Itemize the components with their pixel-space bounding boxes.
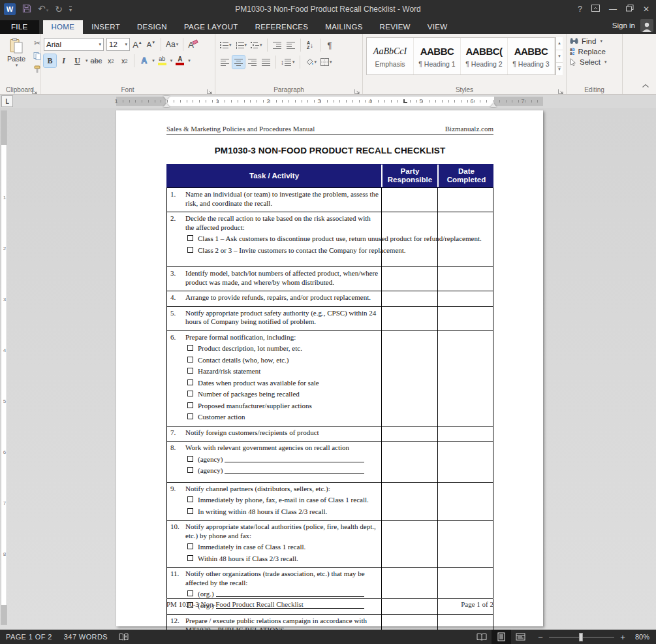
checkbox-icon[interactable] (187, 345, 193, 351)
increase-indent-button[interactable] (285, 39, 297, 52)
date-completed-cell-7[interactable] (438, 427, 493, 442)
underline-button[interactable]: U (71, 54, 84, 67)
styles-scroll-down-icon[interactable]: ▼ (556, 50, 563, 63)
text-effects-button[interactable]: A (138, 54, 150, 67)
help-icon[interactable]: ? (578, 5, 582, 14)
document-page[interactable]: Sales & Marketing Policies and Procedure… (116, 110, 543, 626)
task-cell-2[interactable]: 2.Decide the recall action to take based… (166, 212, 382, 267)
style-item-emphasis[interactable]: AaBbCcIEmphasis (367, 38, 414, 74)
tab-insert[interactable]: INSERT (83, 20, 129, 34)
date-completed-cell-6[interactable] (438, 331, 493, 427)
font-color-caret-icon[interactable]: ▾ (188, 58, 191, 63)
borders-button[interactable]: ▾ (319, 56, 334, 69)
underline-caret-icon[interactable]: ▾ (86, 58, 88, 63)
shading-button[interactable]: ▾ (304, 56, 319, 69)
styles-dialog-launcher-icon[interactable] (557, 86, 564, 92)
highlight-caret-icon[interactable]: ▾ (170, 58, 173, 63)
font-size-combobox[interactable]: 12▾ (106, 38, 130, 51)
checkbox-icon[interactable] (187, 467, 193, 473)
paste-button[interactable]: Paste ▾ (3, 36, 29, 75)
zoom-out-button[interactable]: − (537, 632, 544, 642)
party-responsible-cell-5[interactable] (382, 307, 438, 331)
date-completed-cell-1[interactable] (438, 188, 493, 212)
decrease-indent-button[interactable] (271, 39, 283, 52)
task-cell-12[interactable]: 12.Prepare / execute public relations ca… (166, 615, 382, 630)
checkbox-icon[interactable] (187, 402, 193, 408)
checkbox-icon[interactable] (187, 247, 193, 253)
sort-button[interactable]: AZ↓ (304, 39, 317, 52)
clipboard-dialog-launcher-icon[interactable] (31, 86, 38, 92)
align-left-button[interactable] (219, 56, 231, 69)
select-button[interactable]: Select▾ (570, 58, 619, 66)
zoom-slider-thumb[interactable] (579, 633, 583, 641)
paragraph-dialog-launcher-icon[interactable] (354, 86, 360, 92)
align-right-button[interactable] (246, 56, 258, 69)
undo-icon[interactable]: ↶▾ (38, 4, 48, 15)
ribbon-display-options-icon[interactable] (591, 5, 600, 14)
fill-in-line[interactable] (225, 466, 364, 474)
clear-formatting-button[interactable]: A (187, 38, 199, 51)
save-icon[interactable] (22, 4, 31, 14)
bold-button[interactable]: B (44, 54, 56, 67)
word-count[interactable]: 347 WORDS (58, 633, 114, 641)
task-cell-7[interactable]: 7.Notify foreign customers/recipients of… (166, 427, 382, 442)
task-cell-10[interactable]: 10.Notify appropriate state/local author… (166, 521, 382, 568)
highlight-color-button[interactable]: ab (156, 54, 168, 67)
style-item-heading-3[interactable]: AABBC¶ Heading 3 (508, 38, 555, 74)
proofing-errors-icon[interactable] (114, 633, 134, 641)
redo-icon[interactable]: ↻ (55, 5, 63, 14)
print-layout-button[interactable] (492, 630, 511, 644)
party-responsible-cell-2[interactable] (382, 212, 438, 267)
checkbox-icon[interactable] (187, 456, 193, 462)
web-layout-button[interactable] (511, 630, 531, 644)
checkbox-icon[interactable] (187, 391, 193, 396)
minimize-icon[interactable]: — (609, 5, 617, 14)
style-item-heading-2[interactable]: AABBC(¶ Heading 2 (461, 38, 508, 74)
italic-button[interactable]: I (57, 54, 70, 67)
fill-in-line[interactable] (225, 455, 364, 462)
hanging-indent-marker[interactable] (163, 103, 170, 107)
superscript-button[interactable]: x2 (118, 54, 131, 67)
sign-in[interactable]: Sign in (612, 19, 656, 34)
tab-view[interactable]: VIEW (419, 20, 456, 34)
date-completed-cell-2[interactable] (438, 212, 493, 267)
tab-references[interactable]: REFERENCES (247, 20, 317, 34)
checkbox-icon[interactable] (187, 368, 193, 374)
date-completed-cell-12[interactable] (438, 615, 493, 630)
word-logo-icon[interactable]: W (4, 3, 16, 15)
tab-stop-marker[interactable] (403, 99, 407, 103)
party-responsible-cell-7[interactable] (382, 427, 438, 442)
date-completed-cell-8[interactable] (438, 442, 493, 483)
checkbox-icon[interactable] (187, 590, 193, 596)
multilevel-list-button[interactable]: ▾ (249, 39, 264, 52)
show-hide-pilcrow-button[interactable]: ¶ (324, 39, 336, 52)
page-indicator[interactable]: PAGE 1 OF 2 (0, 633, 58, 641)
party-responsible-cell-1[interactable] (382, 188, 438, 212)
checkbox-icon[interactable] (187, 496, 193, 502)
justify-button[interactable] (260, 56, 272, 69)
close-icon[interactable]: ✕ (643, 5, 649, 14)
task-cell-3[interactable]: 3.Identify model, batch/lot numbers of a… (166, 267, 382, 291)
first-line-indent-marker[interactable] (163, 96, 170, 100)
date-completed-cell-4[interactable] (438, 291, 493, 307)
text-effects-caret-icon[interactable]: ▾ (152, 58, 155, 63)
checkbox-icon[interactable] (187, 235, 193, 241)
party-responsible-cell-3[interactable] (382, 267, 438, 291)
collapse-ribbon-icon[interactable] (642, 79, 649, 91)
checkbox-icon[interactable] (187, 357, 193, 362)
date-completed-cell-9[interactable] (438, 483, 493, 521)
customize-qat-icon[interactable]: ▾ (69, 6, 72, 13)
strikethrough-button[interactable]: abc (89, 54, 104, 67)
numbering-button[interactable]: ▾ (234, 39, 249, 52)
font-name-combobox[interactable]: Arial▾ (44, 38, 104, 51)
line-spacing-button[interactable]: ↕▾ (279, 56, 296, 69)
tab-home[interactable]: HOME (43, 20, 84, 34)
font-color-button[interactable]: A (174, 54, 186, 67)
party-responsible-cell-6[interactable] (382, 331, 438, 427)
restore-icon[interactable] (626, 5, 634, 14)
font-dialog-launcher-icon[interactable] (206, 86, 213, 92)
task-cell-6[interactable]: 6.Prepare formal notification, including… (166, 331, 382, 427)
checkbox-icon[interactable] (187, 543, 193, 549)
fill-in-line[interactable] (216, 590, 364, 597)
tab-file[interactable]: FILE (0, 20, 39, 34)
